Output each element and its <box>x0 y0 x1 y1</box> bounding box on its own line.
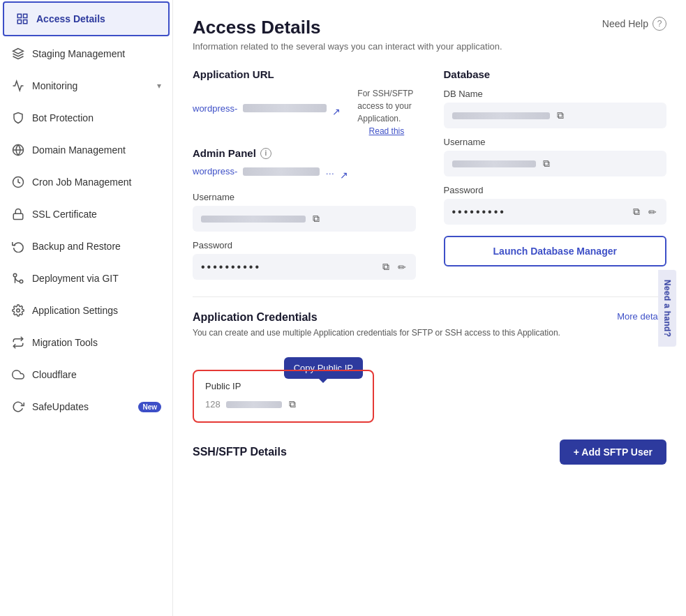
db-username-field: ⧉ <box>444 151 667 176</box>
credentials-title-block: Application Credentials You can create a… <box>193 311 560 347</box>
ssh-sftp-section: SSH/SFTP Details + Add SFTP User <box>193 440 666 465</box>
db-password-field: ••••••••• ⧉ ✏ <box>444 199 667 225</box>
database-label: Database <box>444 68 667 80</box>
admin-password-copy-button[interactable]: ⧉ <box>381 260 391 274</box>
page-title-block: Access Details Information related to th… <box>193 17 502 52</box>
globe-icon <box>11 143 25 157</box>
svg-marker-4 <box>13 49 24 54</box>
svg-point-9 <box>20 280 23 283</box>
sidebar-item-label: Cron Job Management <box>32 176 131 188</box>
launch-database-manager-button[interactable]: Launch Database Manager <box>444 236 667 266</box>
public-ip-container: Copy Public IP Public IP 128 ⧉ <box>193 370 374 423</box>
sidebar-item-backup-and-restore[interactable]: Backup and Restore <box>0 230 172 262</box>
sidebar-item-cloudflare[interactable]: Cloudflare <box>0 359 172 391</box>
add-sftp-user-button[interactable]: + Add SFTP User <box>560 440 666 465</box>
db-name-blurred <box>452 112 550 119</box>
ssh-note: For SSH/SFTP access to your Application. <box>357 87 415 125</box>
admin-username-copy-button[interactable]: ⧉ <box>311 211 321 226</box>
read-this-link[interactable]: Read this <box>369 126 405 136</box>
section-divider <box>193 296 666 297</box>
clock-icon <box>11 175 25 189</box>
admin-url-blurred <box>243 167 320 176</box>
svg-rect-2 <box>17 20 21 24</box>
public-ip-card: Public IP 128 ⧉ <box>193 370 374 423</box>
db-username-copy-button[interactable]: ⧉ <box>542 156 551 171</box>
svg-point-11 <box>17 309 20 313</box>
main-content: Access Details Information related to th… <box>173 0 686 616</box>
db-username-label: Username <box>444 137 667 147</box>
admin-password-value: •••••••••• <box>201 261 375 273</box>
admin-username-field: ⧉ <box>193 206 416 232</box>
cloud-icon <box>11 368 25 382</box>
sidebar-item-label: Staging Management <box>32 48 125 59</box>
sidebar-item-application-settings[interactable]: Application Settings <box>0 294 172 326</box>
sidebar-item-label: Backup and Restore <box>32 241 121 252</box>
sidebar-item-label: SSL Certificate <box>32 209 97 220</box>
layers-icon <box>11 47 25 61</box>
app-url-section: Application URL wordpress- ↗ For SSH/SFT… <box>193 68 416 136</box>
svg-rect-1 <box>24 14 27 17</box>
db-password-label: Password <box>444 185 667 195</box>
sidebar-item-staging-management[interactable]: Staging Management <box>0 38 172 70</box>
public-ip-row: 128 ⧉ <box>205 397 361 412</box>
sidebar-item-cron-job-management[interactable]: Cron Job Management <box>0 166 172 198</box>
sidebar-item-migration-tools[interactable]: Migration Tools <box>0 326 172 359</box>
sidebar-item-safeupdates[interactable]: SafeUpdates New <box>0 391 172 423</box>
sidebar-item-label: Bot Protection <box>32 112 94 123</box>
credentials-title: Application Credentials <box>193 311 560 324</box>
help-circle-icon: ? <box>653 17 666 31</box>
chart-icon <box>11 79 25 93</box>
git-icon <box>11 271 25 285</box>
url-prefix: wordpress- <box>193 103 237 114</box>
page-subtitle: Information related to the several ways … <box>193 41 502 52</box>
sidebar-item-bot-protection[interactable]: Bot Protection <box>0 102 172 134</box>
sidebar-item-ssl-certificate[interactable]: SSL Certificate <box>0 198 172 230</box>
info-icon[interactable]: i <box>260 148 271 159</box>
credentials-subtitle: You can create and use multiple Applicat… <box>193 326 560 339</box>
sidebar-item-label: Deployment via GIT <box>32 273 119 284</box>
grid-icon <box>15 12 29 26</box>
page-title: Access Details <box>193 17 502 38</box>
db-name-copy-button[interactable]: ⧉ <box>555 108 565 123</box>
sidebar-item-label: Migration Tools <box>32 337 98 348</box>
admin-username-blurred <box>201 216 306 223</box>
public-ip-copy-button[interactable]: ⧉ <box>288 397 297 412</box>
admin-url-prefix: wordpress- <box>193 166 237 176</box>
left-column: Application URL wordpress- ↗ For SSH/SFT… <box>193 68 416 280</box>
chevron-down-icon: ▾ <box>157 81 161 91</box>
need-help-label: Need Help <box>602 18 648 29</box>
page-header: Access Details Information related to th… <box>193 17 666 52</box>
sidebar-item-monitoring[interactable]: Monitoring ▾ <box>0 70 172 102</box>
sidebar-item-label: Monitoring <box>32 80 77 91</box>
admin-panel-label: Admin Panel i <box>193 147 416 159</box>
content-grid: Application URL wordpress- ↗ For SSH/SFT… <box>193 68 666 280</box>
db-password-value: ••••••••• <box>452 206 627 218</box>
db-password-copy-button[interactable]: ⧉ <box>632 204 641 219</box>
sidebar: Access Details Staging Management Monito… <box>0 0 173 616</box>
sidebar-item-label: SafeUpdates <box>32 401 89 412</box>
admin-panel-section: Admin Panel i wordpress-… ↗ Username ⧉ P… <box>193 147 416 280</box>
settings-icon <box>11 303 25 317</box>
sidebar-item-label: Domain Management <box>32 144 126 156</box>
public-ip-prefix: 128 <box>205 399 221 410</box>
need-help-button[interactable]: Need Help ? <box>602 17 666 31</box>
app-url-link[interactable]: wordpress- <box>193 103 327 114</box>
sidebar-item-label: Application Settings <box>32 305 118 316</box>
refresh-icon <box>11 239 25 253</box>
external-link-icon[interactable]: ↗ <box>332 106 341 117</box>
need-a-hand-tab[interactable]: Need a hand? <box>658 269 676 346</box>
admin-url-link[interactable]: wordpress-… <box>193 166 334 176</box>
admin-external-link-icon[interactable]: ↗ <box>340 170 348 181</box>
credentials-header: Application Credentials You can create a… <box>193 311 666 347</box>
svg-point-10 <box>13 273 17 277</box>
sidebar-item-domain-management[interactable]: Domain Management <box>0 134 172 166</box>
sidebar-item-deployment-via-git[interactable]: Deployment via GIT <box>0 262 172 294</box>
admin-password-edit-button[interactable]: ✏ <box>396 260 408 274</box>
app-url-label: Application URL <box>193 68 416 80</box>
db-username-blurred <box>452 160 536 167</box>
db-password-edit-button[interactable]: ✏ <box>647 205 658 219</box>
sidebar-item-access-details[interactable]: Access Details <box>3 1 170 36</box>
lock-icon <box>11 207 25 221</box>
svg-rect-8 <box>13 213 23 219</box>
right-column: Database DB Name ⧉ Username ⧉ Password •… <box>444 68 667 280</box>
